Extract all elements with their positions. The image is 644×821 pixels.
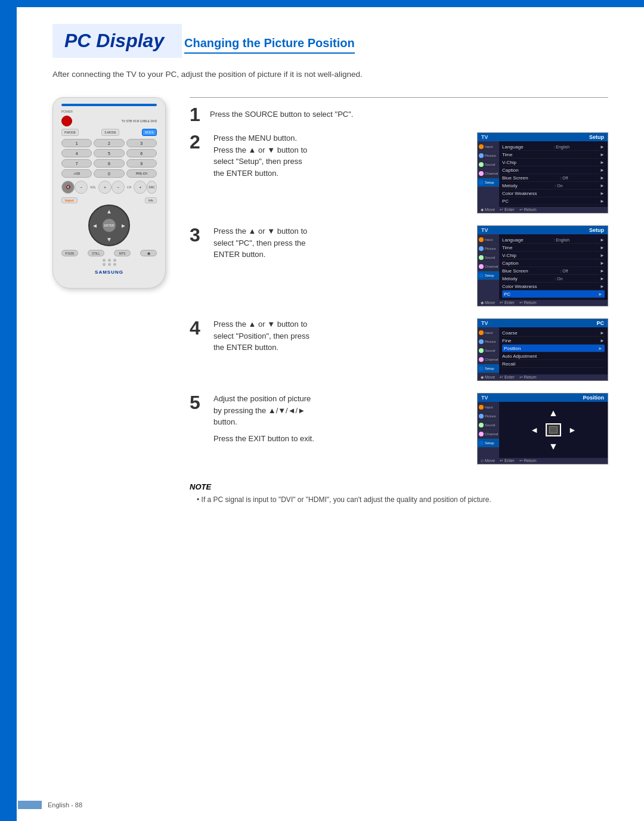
btn-0[interactable]: 0 bbox=[94, 169, 124, 178]
pos-sidebar-picture: Picture bbox=[478, 412, 499, 421]
pos-sidebar-input: Input bbox=[478, 403, 499, 412]
still-button[interactable]: STILL bbox=[88, 250, 104, 256]
left-stripe bbox=[0, 0, 17, 821]
dpad-left[interactable]: ◄ bbox=[92, 222, 98, 229]
btn-8[interactable]: 8 bbox=[94, 159, 124, 168]
vol-up-button[interactable]: + bbox=[98, 181, 112, 194]
dot bbox=[103, 259, 106, 262]
sidebar-channel: Channel bbox=[478, 169, 499, 178]
dot bbox=[113, 263, 116, 266]
remote-top-stripe bbox=[61, 104, 157, 106]
sidebar-setup-3: Setup bbox=[478, 271, 499, 280]
row-pc-3: PC► bbox=[502, 290, 605, 298]
sidebar-input: Input bbox=[478, 142, 499, 151]
step-3-number: 3 bbox=[190, 225, 204, 244]
row-melody-3: Melody: On► bbox=[502, 275, 605, 283]
info-button[interactable]: Info bbox=[145, 197, 157, 203]
btn-3[interactable]: 3 bbox=[126, 139, 157, 147]
sidebar-sound: Sound bbox=[478, 160, 499, 169]
menu-row-language: Language: English► bbox=[502, 143, 605, 151]
numpad: 1 2 3 4 5 6 7 8 9 +100 0 PRE-CH bbox=[61, 139, 157, 178]
cam-icon bbox=[479, 144, 484, 149]
sidebar-setup-4: Setup bbox=[478, 364, 499, 373]
tv-menu-step2: TV Setup Input Picture Sound Channel Set… bbox=[477, 132, 608, 213]
sidebar-channel-3: Channel bbox=[478, 262, 499, 271]
tv-menu-main-3: Language: English► Time► V-Chip► Caption… bbox=[499, 234, 608, 300]
tv-menu-sidebar: Input Picture Sound Channel Setup bbox=[478, 141, 499, 207]
row-autoadj-4: Auto Adjustment bbox=[502, 352, 605, 360]
dpad-ring: ▲ ▼ ◄ ► ENTER bbox=[88, 205, 130, 246]
nav-top-row: Input Info bbox=[61, 197, 157, 203]
tv-menu-header-4: TV PC bbox=[478, 319, 608, 327]
row-position-4: Position► bbox=[502, 345, 605, 352]
step-5-text: Adjust the position of picture by pressi… bbox=[213, 393, 467, 428]
row-fine-4: Fine► bbox=[502, 337, 605, 345]
dpad-up[interactable]: ▲ bbox=[106, 208, 112, 215]
step-4-text: Press the ▲ or ▼ button to select "Posit… bbox=[213, 318, 467, 354]
note-title: NOTE bbox=[190, 482, 608, 491]
dot-row-2 bbox=[103, 263, 116, 266]
dot bbox=[108, 259, 111, 262]
pos-up-arrow: ▲ bbox=[549, 408, 558, 419]
step-2-content: Press the MENU button. Press the ▲ or ▼ … bbox=[213, 132, 467, 182]
row-time-3: Time► bbox=[502, 244, 605, 252]
pos-sidebar-setup: Setup bbox=[478, 439, 499, 448]
btn-7[interactable]: 7 bbox=[61, 159, 92, 168]
pos-middle-row: ◄ ► bbox=[530, 423, 577, 436]
tv-menu-header: TV Setup bbox=[478, 133, 608, 141]
srs-button[interactable]: ◉ bbox=[140, 250, 157, 256]
row-recall-4: Recall bbox=[502, 360, 605, 368]
tv-menu-sidebar-3: Input Picture Sound Channel Setup bbox=[478, 234, 499, 300]
pos-screen-icon bbox=[546, 423, 561, 436]
btn-4[interactable]: 4 bbox=[61, 149, 92, 157]
remote-mode-row: P.MODE S.MODE MODE bbox=[61, 129, 157, 136]
step-3: 3 Press the ▲ or ▼ button to select "PC"… bbox=[190, 225, 608, 306]
power-button[interactable] bbox=[61, 116, 72, 126]
btn-1[interactable]: 1 bbox=[61, 139, 92, 147]
enter-button[interactable]: ENTER bbox=[102, 218, 116, 233]
position-main: ▲ ◄ ► ▼ bbox=[499, 402, 608, 458]
samsung-logo: SAMSUNG bbox=[61, 269, 157, 275]
smode-button[interactable]: S.MODE bbox=[101, 129, 119, 136]
power-label: POWER bbox=[61, 110, 73, 113]
dpad-down[interactable]: ▼ bbox=[106, 236, 112, 243]
pmode-button[interactable]: P.MODE bbox=[61, 129, 79, 136]
step-2-number: 2 bbox=[190, 132, 204, 151]
pic-icon bbox=[479, 153, 484, 158]
position-sidebar: Input Picture Sound Channel Setup bbox=[478, 402, 499, 458]
mute-button[interactable]: 🔇 bbox=[61, 181, 75, 194]
tv-menu-footer-3: ◆ Move ↵ Enter ↩ Return bbox=[478, 300, 608, 306]
page-title: PC Display bbox=[64, 30, 164, 52]
btn-2[interactable]: 2 bbox=[94, 139, 124, 147]
steps-column: 1 Press the SOURCE button to select "PC"… bbox=[190, 97, 608, 506]
sidebar-sound-3: Sound bbox=[478, 253, 499, 262]
pos-sidebar-channel: Channel bbox=[478, 430, 499, 439]
input-button[interactable]: Input bbox=[61, 197, 78, 203]
menu-row-caption: Caption► bbox=[502, 166, 605, 174]
mode-button[interactable]: MODE bbox=[142, 129, 157, 136]
psize-button[interactable]: P.SIZE bbox=[61, 250, 78, 256]
dpad-right[interactable]: ► bbox=[120, 222, 126, 229]
step-5-number: 5 bbox=[190, 393, 204, 412]
btn-100[interactable]: +100 bbox=[61, 169, 92, 178]
ch-down-button[interactable]: − bbox=[112, 181, 125, 194]
btn-9[interactable]: 9 bbox=[126, 159, 157, 168]
ch-up-button[interactable]: + bbox=[134, 181, 147, 194]
row-lang-3: Language: English► bbox=[502, 236, 605, 244]
btn-6[interactable]: 6 bbox=[126, 149, 157, 157]
vol-down-button[interactable]: − bbox=[75, 181, 88, 194]
sidebar-input-4: Input bbox=[478, 329, 499, 337]
btn-5[interactable]: 5 bbox=[94, 149, 124, 157]
step-4-content: Press the ▲ or ▼ button to select "Posit… bbox=[213, 318, 467, 357]
tv-menu-step4: TV PC Input Picture Sound Channel Setup … bbox=[477, 318, 608, 381]
mts-button[interactable]: MTS bbox=[114, 250, 131, 256]
ch-icon bbox=[479, 171, 484, 176]
menu-row-pc: PC► bbox=[502, 197, 605, 205]
step-5: 5 Adjust the position of picture by pres… bbox=[190, 393, 608, 464]
pos-down-arrow: ▼ bbox=[549, 441, 558, 452]
sidebar-setup: Setup bbox=[478, 178, 499, 187]
btn-prech[interactable]: PRE-CH bbox=[126, 169, 157, 178]
source-button[interactable]: SRC bbox=[147, 181, 157, 194]
source-labels: TV STB VCR CABLE DVD bbox=[122, 119, 157, 123]
remote-nav-area: Input Info ▲ ▼ ◄ ► ENTER bbox=[61, 197, 157, 246]
